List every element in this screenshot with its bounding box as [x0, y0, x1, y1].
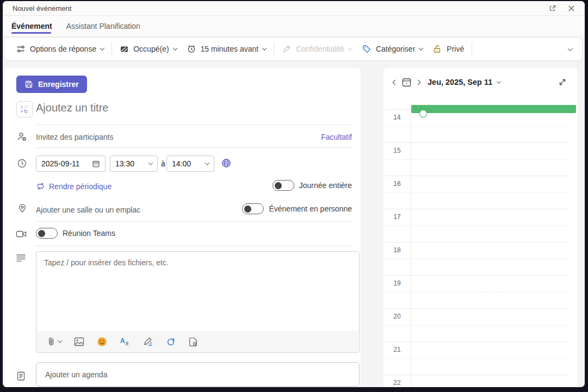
picture-icon	[74, 337, 84, 346]
response-options-button[interactable]: Options de réponse	[11, 41, 109, 57]
text-description-icon	[16, 254, 26, 263]
teams-meeting-label: Réunion Teams	[63, 229, 115, 238]
location-pin-icon	[17, 203, 27, 213]
date-value: 2025-09-11	[41, 159, 80, 168]
teams-meeting-toggle[interactable]	[36, 228, 58, 239]
end-time-select[interactable]: 14:00	[166, 155, 214, 172]
person-add-icon	[16, 131, 27, 142]
close-button[interactable]	[563, 2, 579, 15]
categorize-label: Catégoriser	[376, 45, 415, 53]
calendar-hour-row[interactable]: 17	[385, 209, 569, 242]
reminder-button[interactable]: 15 minutes avant	[182, 41, 271, 57]
calendar-date-dropdown[interactable]: Jeu, 2025, Sep 11	[428, 78, 500, 86]
calendar-hour-row[interactable]: 16	[385, 176, 569, 209]
all-day-toggle[interactable]	[273, 180, 294, 191]
document-clock-icon	[189, 337, 198, 347]
participants-input[interactable]: Invitez des participants	[36, 133, 113, 141]
chevron-down-icon	[148, 160, 153, 165]
calendar-date-label: Jeu, 2025, Sep 11	[428, 78, 492, 86]
emoji-button[interactable]	[97, 337, 107, 347]
calendar-preview: Jeu, 2025, Sep 11 141516171819202122	[383, 68, 578, 387]
selected-event-bar[interactable]	[411, 105, 576, 113]
tab-scheduling-assistant[interactable]: Assistant Planification	[66, 16, 140, 36]
draw-pen-button[interactable]	[143, 337, 153, 346]
teams-meeting-toggle-group: Réunion Teams	[36, 228, 115, 239]
half-hour-line	[385, 358, 569, 359]
compose-toolbar: A	[37, 331, 358, 352]
agenda-input[interactable]: Ajouter un agenda	[36, 362, 360, 387]
event-form: Enregistrer ○♡ +↻ Ajoutez un titre Invit…	[4, 68, 361, 387]
chevron-down-icon	[568, 46, 573, 51]
half-hour-line	[385, 259, 569, 259]
all-day-label: Journée entière	[299, 181, 352, 190]
calendar-hour-row[interactable]: 15	[385, 142, 569, 176]
insert-image-button[interactable]	[74, 337, 84, 346]
description-placeholder: Tapez / pour insérer des fichiers, etc.	[36, 252, 359, 273]
expand-calendar-button[interactable]	[555, 77, 570, 87]
svg-text:A: A	[120, 337, 125, 345]
calendar-small-icon	[92, 160, 100, 168]
title-bar: Nouvel événement	[3, 1, 585, 16]
location-input[interactable]: Ajouter une salle ou un emplac	[36, 206, 140, 214]
toolbar-overflow-button[interactable]	[564, 45, 575, 54]
optional-link[interactable]: Facultatif	[321, 133, 352, 141]
private-button[interactable]: Privé	[428, 41, 469, 57]
agenda-placeholder: Ajouter un agenda	[45, 370, 107, 379]
categorize-button[interactable]: Catégoriser	[357, 41, 428, 57]
title-input[interactable]: Ajoutez un titre	[36, 102, 108, 114]
show-as-button[interactable]: Occupé(e)	[115, 42, 181, 57]
pen-icon	[143, 337, 153, 346]
hour-label: 22	[385, 379, 409, 387]
save-icon	[24, 80, 33, 89]
in-person-label: Événement en personne	[269, 204, 352, 213]
start-time-select[interactable]: 13:30	[110, 155, 158, 172]
previous-day-button[interactable]	[391, 78, 399, 86]
video-camera-icon	[16, 229, 27, 239]
tag-icon	[362, 44, 372, 54]
toolbar-separator	[112, 42, 112, 55]
calendar-hour-row[interactable]: 22	[385, 375, 569, 387]
private-label: Privé	[447, 45, 464, 53]
chevron-down-icon	[262, 46, 267, 50]
paperclip-icon	[47, 337, 56, 346]
attach-button[interactable]	[47, 337, 61, 346]
start-time-value: 13:30	[115, 159, 134, 168]
chevron-down-icon	[419, 46, 423, 50]
calendar-grid[interactable]: 141516171819202122	[385, 109, 569, 387]
chevron-down-icon	[497, 79, 501, 83]
make-recurring-link[interactable]: Rendre périodique	[36, 182, 112, 191]
popout-button[interactable]	[544, 2, 561, 15]
hour-label: 16	[385, 180, 409, 188]
tab-bar: Événement Assistant Planification	[3, 16, 585, 36]
today-calendar-button[interactable]	[399, 75, 414, 90]
close-icon	[567, 4, 575, 13]
timezone-globe-icon[interactable]	[221, 158, 232, 169]
calendar-hour-row[interactable]: 21	[385, 341, 569, 375]
calendar-hour-row[interactable]: 18	[385, 242, 569, 275]
calendar-hour-row[interactable]: 19	[385, 275, 569, 308]
date-input[interactable]: 2025-09-11	[36, 155, 106, 172]
save-button[interactable]: Enregistrer	[16, 76, 87, 93]
next-day-button[interactable]	[414, 78, 422, 86]
calendar-hour-row[interactable]: 20	[385, 308, 569, 341]
loop-component-button[interactable]	[166, 337, 176, 347]
notepad-icon	[16, 371, 26, 381]
format-text-button[interactable]: A	[120, 337, 130, 346]
tab-event-label: Événement	[11, 22, 52, 30]
description-editor[interactable]: Tapez / pour insérer des fichiers, etc.	[36, 251, 360, 353]
in-person-toggle[interactable]	[242, 203, 264, 214]
popout-icon	[548, 4, 557, 13]
insert-template-button[interactable]	[189, 337, 198, 347]
expand-diagonal-icon	[558, 78, 567, 86]
tab-event[interactable]: Événement	[11, 16, 52, 36]
make-recurring-label: Rendre périodique	[49, 182, 112, 191]
sensitivity-pen-icon	[282, 44, 292, 54]
alarm-clock-icon	[187, 44, 196, 54]
chevron-left-icon	[393, 79, 398, 85]
event-icon-picker[interactable]: ○♡ +↻	[16, 101, 33, 117]
calendar-hour-row[interactable]: 14	[385, 109, 569, 142]
divider	[36, 147, 353, 148]
in-person-toggle-group: Événement en personne	[242, 203, 352, 214]
hour-label: 17	[385, 213, 409, 221]
event-drag-handle[interactable]	[419, 110, 427, 117]
